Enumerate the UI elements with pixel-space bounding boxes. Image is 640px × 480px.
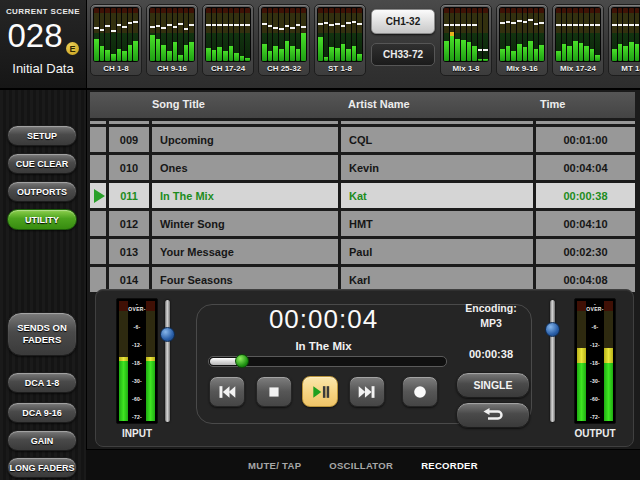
spacer-cell (536, 121, 635, 124)
meter-block-label: CH 1-8 (93, 62, 139, 75)
record-icon (410, 382, 430, 402)
dca-1-8-button[interactable]: DCA 1-8 (7, 372, 77, 393)
meter-block-ch-17-24[interactable]: CH 17-24 (202, 4, 254, 76)
tab-recorder[interactable]: RECORDER (421, 460, 478, 471)
meter-bar (534, 8, 539, 61)
meter-scale-tick: -6- (128, 325, 145, 330)
meter-bar (273, 8, 278, 61)
input-meter-bar-left (119, 301, 128, 421)
spacer-cell (152, 121, 338, 124)
scene-number: 028 (2, 17, 68, 55)
song-title-cell: Your Message (152, 239, 338, 264)
meter-window (611, 7, 640, 62)
stop-button[interactable] (256, 376, 292, 407)
long-faders-button[interactable]: LONG FADERS (7, 457, 77, 478)
row-status-cell (90, 239, 106, 264)
meter-block-ch-1-8[interactable]: CH 1-8 (90, 4, 142, 76)
setup-button[interactable]: SETUP (7, 125, 77, 146)
meter-bar (111, 8, 116, 61)
repeat-mode-button[interactable] (456, 402, 530, 428)
input-meter-scale: -OVER--6--12--18--30--60--72- (128, 301, 145, 421)
dca-9-16-button[interactable]: DCA 9-16 (7, 402, 77, 423)
meter-bar (341, 8, 346, 61)
tab-mute-tap[interactable]: MUTE/ TAP (248, 460, 301, 471)
single-mode-button[interactable]: SINGLE (456, 372, 530, 398)
meter-bar (290, 8, 295, 61)
encoding-value: MP3 (451, 317, 531, 329)
artist-name-cell: HMT (341, 211, 533, 236)
meter-bar (556, 8, 561, 61)
song-title-cell: Ones (152, 155, 338, 180)
current-scene-panel[interactable]: CURRENT SCENE 028 E Initial Data (0, 0, 87, 88)
meter-scale-tick: -72- (586, 415, 603, 420)
sends-on-faders-button[interactable]: SENDS ON FADERS (7, 312, 77, 356)
meter-bar (517, 8, 522, 61)
meter-bar (584, 8, 589, 61)
meter-bar (562, 8, 567, 61)
song-number-cell: 011 (109, 183, 149, 208)
song-title-cell: Upcoming (152, 127, 338, 152)
table-row-song-011[interactable]: 011In The MixKat00:00:38 (90, 183, 635, 208)
song-time-cell: 00:04:10 (536, 211, 635, 236)
meter-block-ch-9-16[interactable]: CH 9-16 (146, 4, 198, 76)
song-time-cell: 00:01:00 (536, 127, 635, 152)
song-time-cell: 00:02:30 (536, 239, 635, 264)
stop-icon (264, 382, 284, 402)
meter-bar (635, 8, 640, 61)
meter-bar (206, 8, 211, 61)
spacer-cell (109, 121, 149, 124)
meter-bar (467, 8, 472, 61)
meter-bar (478, 8, 483, 61)
output-level-fader[interactable] (545, 300, 560, 422)
bank-button-ch1-32[interactable]: CH1-32 (371, 9, 435, 34)
meter-block-mt-1-8[interactable]: MT 1-8 (608, 4, 640, 76)
meter-bar (357, 8, 362, 61)
previous-track-button[interactable] (209, 376, 245, 407)
play-pause-button[interactable] (302, 376, 338, 407)
encoding-label: Encoding: (451, 302, 531, 314)
utility-button[interactable]: UTILITY (7, 209, 77, 230)
cue-clear-button[interactable]: CUE CLEAR (7, 153, 77, 174)
playback-progress-bar[interactable] (208, 356, 447, 367)
tab-oscillator[interactable]: OSCILLATOR (329, 460, 393, 471)
gain-button[interactable]: GAIN (7, 430, 77, 451)
meter-bar (161, 8, 166, 61)
current-scene-label: CURRENT SCENE (0, 7, 86, 16)
meter-bar (245, 8, 250, 61)
meter-block-st-1-8[interactable]: ST 1-8 (314, 4, 366, 76)
table-row-song-009[interactable]: 009UpcomingCQL00:01:00 (90, 127, 635, 152)
meter-block-ch-25-32[interactable]: CH 25-32 (258, 4, 310, 76)
progress-knob[interactable] (235, 354, 249, 368)
meter-block-mix-17-24[interactable]: Mix 17-24 (552, 4, 604, 76)
meter-bar (324, 8, 329, 61)
playing-song-title: In The Mix (196, 340, 451, 352)
meter-block-mix-1-8[interactable]: Mix 1-8 (440, 4, 492, 76)
meter-bar (279, 8, 284, 61)
input-label: INPUT (107, 428, 167, 439)
meter-bar (318, 8, 323, 61)
input-fader-knob[interactable] (160, 327, 175, 342)
outports-button[interactable]: OUTPORTS (7, 181, 77, 202)
meter-bar (189, 8, 194, 61)
meter-bar (262, 8, 267, 61)
table-row-song-010[interactable]: 010OnesKevin00:04:04 (90, 155, 635, 180)
meter-bar (156, 8, 161, 61)
meter-window (555, 7, 601, 62)
previous-icon (217, 382, 237, 402)
meter-bar (590, 8, 595, 61)
input-level-fader[interactable] (160, 300, 175, 422)
meter-bar (629, 8, 634, 61)
meter-bar (234, 8, 239, 61)
meter-block-mix-9-16[interactable]: Mix 9-16 (496, 4, 548, 76)
record-button[interactable] (402, 376, 438, 407)
meter-scale-tick: -60- (586, 397, 603, 402)
bank-button-ch33-72[interactable]: CH33-72 (371, 43, 435, 66)
spacer-cell (90, 121, 106, 124)
next-track-button[interactable] (349, 376, 385, 407)
meter-window (205, 7, 251, 62)
table-row-song-012[interactable]: 012Winter SongHMT00:04:10 (90, 211, 635, 236)
output-fader-knob[interactable] (545, 322, 560, 337)
song-title-cell: Winter Song (152, 211, 338, 236)
table-row-song-013[interactable]: 013Your MessagePaul00:02:30 (90, 239, 635, 264)
meter-window (261, 7, 307, 62)
